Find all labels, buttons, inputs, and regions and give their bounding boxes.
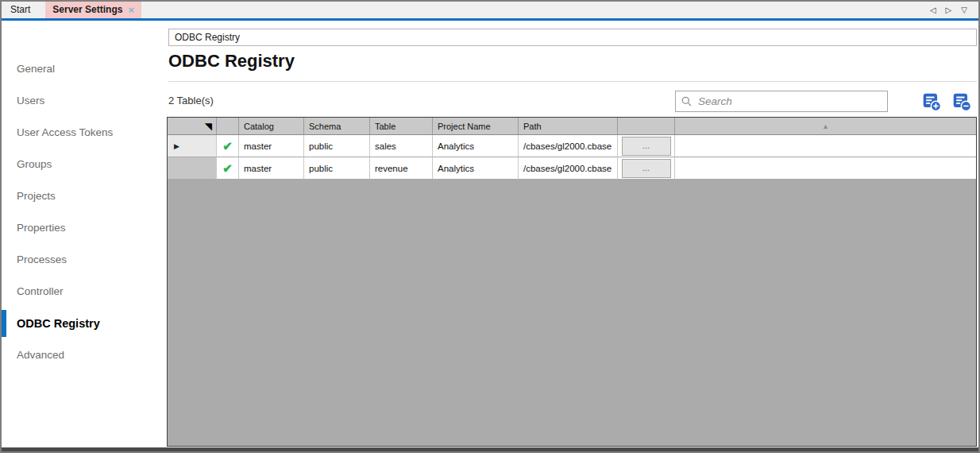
table-header-row: ◥ Catalog Schema Table Project Name Path…: [168, 118, 976, 135]
sort-asc-icon[interactable]: ▲: [675, 118, 976, 135]
column-header-path[interactable]: Path: [519, 118, 618, 135]
search-input[interactable]: [696, 95, 882, 108]
schema-cell[interactable]: public: [304, 157, 370, 180]
sidebar-item-odbc-registry[interactable]: ODBC Registry: [2, 308, 164, 339]
select-all-icon[interactable]: ◥: [168, 118, 217, 135]
remove-table-button[interactable]: [951, 91, 972, 112]
nav-right-icon[interactable]: ▷: [946, 2, 952, 18]
tab-start[interactable]: Start: [2, 2, 39, 18]
row-selector-cell[interactable]: [168, 157, 217, 180]
project-name-cell[interactable]: Analytics: [433, 135, 519, 157]
tab-bar: Start Server Settings × ◁ ▷ ▽: [2, 2, 978, 18]
check-icon: ✔: [222, 161, 233, 176]
project-name-cell[interactable]: Analytics: [433, 157, 519, 180]
table-cell[interactable]: sales: [370, 135, 433, 157]
sidebar-item-user-access-tokens[interactable]: User Access Tokens: [2, 117, 164, 149]
column-header-catalog[interactable]: Catalog: [239, 118, 304, 135]
sidebar-item-general[interactable]: General: [2, 53, 164, 85]
tab-nav-controls: ◁ ▷ ▽: [930, 2, 978, 18]
filler-cell: [675, 135, 976, 157]
path-cell[interactable]: /cbases/gl2000.cbase: [519, 135, 618, 157]
nav-left-icon[interactable]: ◁: [930, 2, 936, 18]
catalog-cell[interactable]: master: [239, 135, 304, 157]
sidebar-item-properties[interactable]: Properties: [2, 212, 164, 244]
tab-server-settings-label: Server Settings: [52, 2, 122, 18]
sidebar-item-advanced[interactable]: Advanced: [2, 339, 164, 371]
table-count-label: 2 Table(s): [168, 95, 214, 106]
sidebar-item-users[interactable]: Users: [2, 85, 164, 117]
column-header-table[interactable]: Table: [370, 118, 433, 135]
main-panel: ODBC Registry 2 Table(s): [164, 21, 978, 447]
catalog-cell[interactable]: master: [239, 157, 304, 180]
close-icon[interactable]: ×: [128, 5, 134, 15]
current-row-icon: ▶: [174, 142, 179, 150]
search-icon: [681, 96, 692, 106]
column-header-browse[interactable]: [618, 118, 675, 135]
search-box: [675, 91, 888, 112]
path-cell[interactable]: /cbases/gl2000.cbase: [519, 157, 618, 180]
table-row: ✔ master public revenue Analytics /cbase…: [168, 157, 976, 180]
add-table-button[interactable]: [921, 91, 942, 112]
enabled-cell[interactable]: ✔: [217, 157, 239, 180]
check-icon: ✔: [222, 139, 233, 153]
title-divider: [168, 81, 977, 82]
app-window: Start Server Settings × ◁ ▷ ▽ General Us…: [0, 0, 980, 453]
remove-table-icon: [951, 91, 972, 112]
browse-button[interactable]: ...: [622, 137, 671, 156]
table-row: ▶ ✔ master public sales Analytics /cbase…: [168, 135, 976, 157]
page-title: ODBC Registry: [168, 51, 295, 72]
active-item-indicator: [2, 310, 6, 337]
sidebar-item-groups[interactable]: Groups: [2, 149, 164, 180]
browse-button[interactable]: ...: [622, 159, 671, 178]
browse-cell: ...: [618, 135, 675, 157]
column-header-schema[interactable]: Schema: [304, 118, 370, 135]
tab-server-settings[interactable]: Server Settings ×: [45, 2, 141, 18]
column-header-project-name[interactable]: Project Name: [433, 118, 519, 135]
nav-down-icon[interactable]: ▽: [961, 2, 967, 18]
window-bottom-strip: [2, 447, 978, 451]
sidebar-item-controller[interactable]: Controller: [2, 276, 164, 308]
odbc-registry-table: ◥ Catalog Schema Table Project Name Path…: [167, 117, 977, 447]
filler-cell: [675, 157, 976, 180]
sidebar: General Users User Access Tokens Groups …: [2, 21, 164, 447]
column-header-enabled[interactable]: [217, 118, 239, 135]
add-table-icon: [921, 91, 942, 112]
breadcrumb-field[interactable]: [168, 29, 977, 46]
enabled-cell[interactable]: ✔: [217, 135, 239, 157]
sidebar-item-odbc-registry-label: ODBC Registry: [17, 317, 100, 330]
sidebar-item-projects[interactable]: Projects: [2, 180, 164, 212]
row-selector-cell[interactable]: ▶: [168, 135, 217, 157]
schema-cell[interactable]: public: [304, 135, 370, 157]
browse-cell: ...: [618, 157, 675, 180]
table-cell[interactable]: revenue: [370, 157, 433, 180]
sidebar-item-processes[interactable]: Processes: [2, 244, 164, 276]
